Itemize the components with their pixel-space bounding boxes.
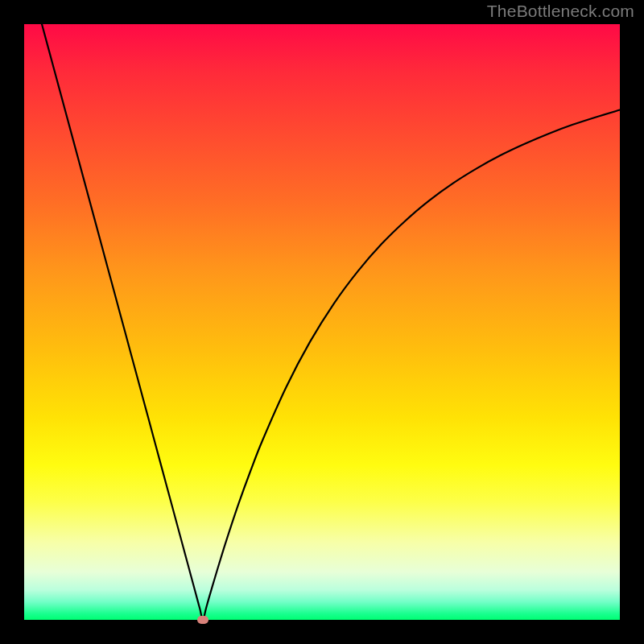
minimum-marker bbox=[197, 616, 208, 624]
chart-frame: TheBottleneck.com bbox=[0, 0, 644, 644]
watermark-label: TheBottleneck.com bbox=[487, 2, 634, 21]
bottleneck-curve bbox=[24, 24, 620, 620]
plot-area bbox=[24, 24, 620, 620]
